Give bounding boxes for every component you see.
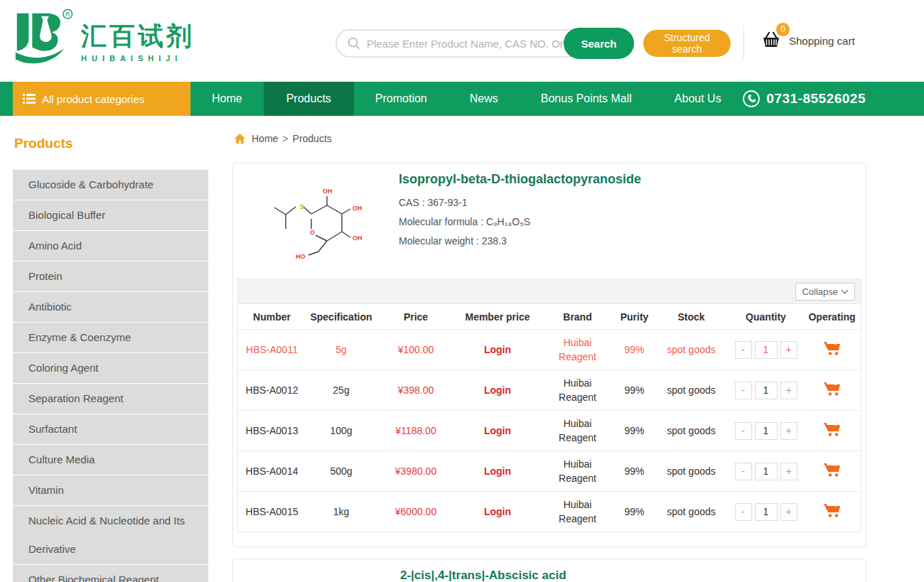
quantity-decrease-button[interactable]: - [735, 463, 752, 480]
sidebar: Products Glucoside & CarbohydrateBiologi… [13, 136, 208, 582]
member-price-login-link[interactable]: Login [455, 424, 540, 438]
sidebar-category-item[interactable]: Other Biochemical Reagent [13, 565, 208, 582]
quantity-input[interactable] [755, 382, 778, 399]
product-price: ¥3980.00 [377, 464, 455, 478]
nav-menu: HomeProductsPromotionNewsBonus Points Ma… [190, 82, 743, 116]
quantity-stepper: - + [729, 463, 803, 480]
quantity-decrease-button[interactable]: - [735, 422, 752, 440]
phone-icon [742, 90, 761, 108]
product-formula: Molecular formula : C₉H₁₈O₅S [399, 216, 641, 227]
all-categories-button[interactable]: All product categories [13, 82, 190, 116]
cart-plus-icon [823, 340, 842, 356]
collapse-button[interactable]: Collapse [795, 283, 855, 301]
nav-item[interactable]: News [448, 82, 520, 116]
quantity-increase-button[interactable]: + [780, 422, 797, 440]
product-specification: 1kg [306, 505, 377, 519]
quantity-increase-button[interactable]: + [780, 463, 797, 480]
shopping-cart-link[interactable]: 0 Shopping cart [759, 28, 855, 53]
svg-text:R: R [65, 11, 70, 18]
search-button[interactable]: Search [564, 28, 634, 59]
add-to-cart-button[interactable] [823, 421, 842, 439]
product-brand: Huibai Reagent [540, 497, 615, 526]
breadcrumb-home[interactable]: Home [252, 133, 278, 144]
nav-item[interactable]: Home [190, 82, 264, 116]
sidebar-category-item[interactable]: Coloring Agent [13, 353, 208, 383]
sidebar-category-item[interactable]: Biological Buffer [13, 200, 208, 230]
search-icon [347, 36, 361, 50]
product-brand: Huibai Reagent [540, 416, 615, 445]
quantity-increase-button[interactable]: + [780, 503, 797, 521]
member-price-login-link[interactable]: Login [455, 464, 540, 478]
sidebar-category-item[interactable]: Culture Media [13, 445, 208, 475]
logo-hb-monogram-icon: R [11, 7, 74, 72]
nav-item[interactable]: Promotion [354, 82, 448, 116]
hydroxyl-label: OH [353, 205, 362, 212]
cart-plus-icon [823, 461, 842, 478]
sidebar-category-item[interactable]: Antibiotic [13, 292, 208, 322]
nav-item[interactable]: About Us [653, 82, 743, 116]
column-header: Quantity [729, 311, 803, 323]
product-title-link[interactable]: Isopropyl-beta-D-thiogalactopyranoside [399, 172, 641, 187]
next-product-title-link[interactable]: 2-|cis|,4-|trans|-Abscisic acid [400, 568, 566, 582]
search-area: Search Structured search [335, 28, 731, 59]
product-specification: 500g [306, 464, 377, 478]
quantity-decrease-button[interactable]: - [735, 382, 752, 399]
product-stock: spot goods [654, 383, 729, 397]
nav-item[interactable]: Bonus Points Mall [520, 82, 653, 116]
site-logo[interactable]: R 汇百试剂 HUIBAISHIJI [11, 7, 195, 72]
cart-plus-icon [823, 421, 842, 437]
quantity-decrease-button[interactable]: - [735, 341, 752, 359]
main-content: Home > Products [232, 116, 866, 582]
product-purity: 99% [615, 464, 654, 478]
column-header: Purity [615, 311, 654, 323]
quantity-input[interactable] [755, 503, 778, 521]
sidebar-category-item[interactable]: Nucleic Acid & Nucleotide and Its Deriva… [13, 506, 208, 564]
sidebar-title: Products [14, 136, 208, 151]
product-number: HBS-A0012 [238, 383, 306, 397]
breadcrumb: Home > Products [234, 133, 866, 144]
quantity-input[interactable] [755, 463, 778, 480]
product-card: S O OH OH OH HO Isopropyl-beta-D-thiogal… [232, 163, 866, 547]
column-header: Brand [540, 311, 615, 323]
quantity-stepper: - + [729, 382, 803, 399]
member-price-login-link[interactable]: Login [455, 505, 540, 519]
add-to-cart-button[interactable] [823, 340, 842, 358]
cart-label: Shopping cart [789, 35, 855, 47]
home-icon [234, 133, 246, 144]
column-header: Number [238, 311, 306, 323]
nav-item[interactable]: Products [264, 82, 354, 116]
sidebar-category-item[interactable]: Surfactant [13, 414, 208, 444]
quantity-increase-button[interactable]: + [780, 341, 797, 359]
phone-number: 0731-85526025 [766, 91, 866, 107]
sidebar-category-item[interactable]: Separation Reagent [13, 384, 208, 414]
molecular-structure-image[interactable]: S O OH OH OH HO [264, 175, 371, 266]
add-to-cart-button[interactable] [823, 502, 842, 520]
operating-cell [803, 340, 861, 360]
product-purity: 99% [615, 383, 654, 397]
operating-cell [803, 421, 861, 441]
quantity-input[interactable] [755, 422, 778, 440]
structured-search-button[interactable]: Structured search [643, 30, 731, 57]
product-purity: 99% [615, 343, 654, 357]
sidebar-category-item[interactable]: Amino Acid [13, 231, 208, 261]
quantity-increase-button[interactable]: + [780, 382, 797, 399]
column-header: Member price [455, 311, 540, 323]
sku-table: Collapse Number Specification Price Memb… [237, 279, 861, 532]
sidebar-category-item[interactable]: Vitamin [13, 475, 208, 505]
sidebar-category-item[interactable]: Protein [13, 262, 208, 291]
product-stock: spot goods [654, 424, 729, 438]
member-price-login-link[interactable]: Login [455, 343, 540, 357]
member-price-login-link[interactable]: Login [455, 383, 540, 397]
sidebar-category-item[interactable]: Glucoside & Carbohydrate [13, 170, 208, 200]
table-toolbar: Collapse [238, 279, 861, 304]
quantity-decrease-button[interactable]: - [735, 503, 752, 521]
sidebar-category-item[interactable]: Enzyme & Coenzyme [13, 323, 208, 352]
product-price: ¥398.00 [377, 383, 455, 397]
table-body: HBS-A0011 5g ¥100.00 Login Huibai Reagen… [238, 329, 861, 532]
add-to-cart-button[interactable] [823, 380, 842, 399]
add-to-cart-button[interactable] [823, 461, 842, 480]
chevron-down-icon [841, 289, 849, 294]
quantity-stepper: - + [729, 341, 803, 359]
quantity-input[interactable] [755, 341, 778, 359]
product-number: HBS-A0015 [238, 505, 306, 519]
